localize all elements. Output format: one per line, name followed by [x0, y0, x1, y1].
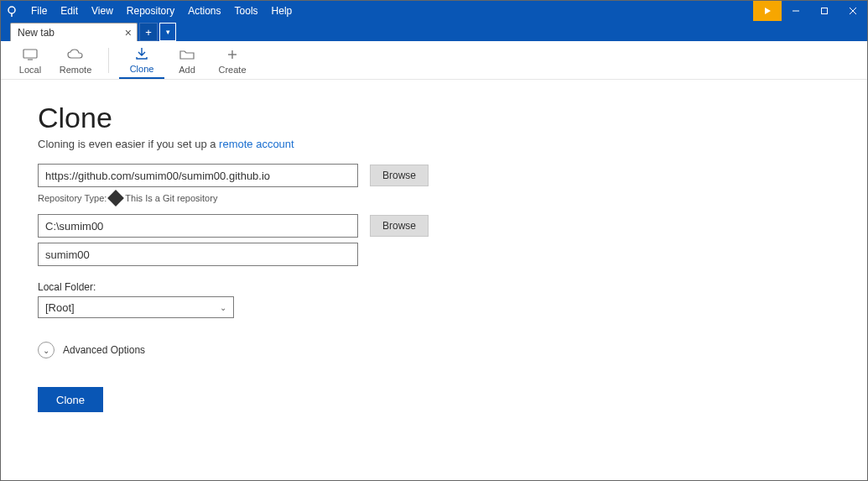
menu-view[interactable]: View [85, 5, 120, 17]
content: Clone Cloning is even easier if you set … [1, 80, 867, 434]
toolbar-remote-label: Remote [60, 65, 92, 75]
tab-add-button[interactable]: + [139, 23, 158, 41]
menubar: File Edit View Repository Actions Tools … [1, 1, 867, 21]
destination-path-input[interactable] [38, 214, 358, 238]
toolbar-create-label: Create [218, 65, 246, 75]
toolbar-add-label: Add [179, 65, 195, 75]
cloud-icon [66, 46, 85, 63]
plus-icon [226, 46, 238, 63]
monitor-icon [22, 46, 39, 63]
toolbar-clone[interactable]: Clone [119, 42, 164, 79]
app-logo-icon [4, 3, 19, 18]
tab-close-icon[interactable]: × [125, 26, 132, 39]
download-icon [134, 45, 149, 62]
repo-type-label: Repository Type: [38, 193, 107, 203]
play-button[interactable] [753, 1, 782, 21]
svg-point-0 [8, 7, 15, 13]
tab-dropdown-button[interactable]: ▾ [159, 23, 176, 41]
menu-tools[interactable]: Tools [228, 5, 265, 17]
browse-destination-button[interactable]: Browse [370, 215, 429, 237]
local-folder-label: Local Folder: [38, 281, 830, 293]
tab-new[interactable]: New tab × [10, 23, 138, 41]
toolbar-local[interactable]: Local [8, 42, 53, 79]
minimize-button[interactable] [782, 1, 810, 21]
advanced-options-label: Advanced Options [63, 344, 145, 356]
toolbar-add[interactable]: Add [164, 42, 210, 79]
menu-edit[interactable]: Edit [54, 5, 85, 17]
page-subtitle: Cloning is even easier if you set up a r… [38, 138, 830, 150]
svg-marker-2 [765, 8, 771, 14]
chevron-down-icon: ⌄ [220, 303, 226, 312]
menu-actions[interactable]: Actions [181, 5, 227, 17]
menu-repository[interactable]: Repository [120, 5, 181, 17]
toolbar-separator [108, 48, 109, 73]
toolbar-remote[interactable]: Remote [53, 42, 98, 79]
svg-rect-7 [23, 50, 37, 58]
toolbar-create[interactable]: Create [210, 42, 255, 79]
local-folder-select[interactable]: [Root] ⌄ [38, 296, 234, 318]
remote-account-link[interactable]: remote account [219, 138, 294, 150]
source-url-input[interactable] [38, 164, 358, 187]
chevron-down-circle-icon: ⌄ [38, 342, 55, 358]
toolbar-clone-label: Clone [130, 64, 154, 74]
page-title: Clone [38, 102, 830, 134]
repo-type-row: Repository Type: This Is a Git repositor… [38, 192, 830, 204]
tab-label: New tab [18, 27, 55, 39]
menu-file[interactable]: File [24, 5, 54, 17]
window-controls [753, 1, 867, 21]
maximize-button[interactable] [810, 1, 839, 21]
name-input[interactable] [38, 243, 358, 266]
toolbar: Local Remote Clone Add Create [1, 41, 867, 80]
browse-source-button[interactable]: Browse [370, 165, 429, 186]
advanced-options-toggle[interactable]: ⌄ Advanced Options [38, 342, 830, 358]
subtitle-text: Cloning is even easier if you set up a [38, 138, 219, 150]
repo-type-text: This Is a Git repository [125, 193, 217, 203]
toolbar-local-label: Local [19, 65, 41, 75]
folder-icon [179, 46, 195, 63]
svg-rect-4 [822, 8, 828, 14]
tabbar: New tab × + ▾ [1, 21, 867, 41]
close-button[interactable] [839, 1, 867, 21]
local-folder-value: [Root] [45, 301, 75, 314]
git-icon [107, 190, 124, 207]
menu-help[interactable]: Help [265, 5, 299, 17]
clone-button[interactable]: Clone [38, 387, 103, 412]
